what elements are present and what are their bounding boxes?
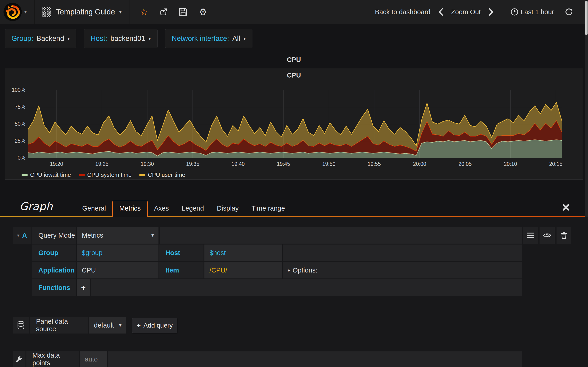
zoom-out-button[interactable]: Zoom Out (451, 8, 481, 16)
time-shift-right-icon[interactable] (489, 8, 493, 16)
query-delete-button[interactable] (556, 227, 571, 244)
wrench-icon (16, 356, 23, 363)
add-function-button[interactable]: + (77, 279, 90, 296)
gear-icon[interactable]: ⚙ (198, 7, 208, 17)
legend-swatch (79, 174, 85, 176)
legend-swatch (139, 174, 145, 176)
x-tick-label: 19:55 (360, 161, 388, 167)
panel-header-title[interactable]: CPU (5, 56, 583, 64)
application-input[interactable]: CPU (77, 262, 158, 278)
group-label-text: Group (38, 249, 58, 257)
dashboard-title-picker[interactable]: Templating Guide ▾ (35, 0, 130, 24)
y-tick-label: 100% (5, 87, 25, 93)
chevron-down-icon: ▾ (67, 36, 69, 41)
query-letter: A (22, 232, 27, 239)
plus-icon: + (137, 322, 141, 329)
add-query-button[interactable]: + Add query (132, 318, 177, 333)
x-tick-label: 19:40 (224, 161, 252, 167)
query-mode-select[interactable]: Metrics ▾ (77, 227, 158, 244)
template-variables-row: Group:Backend▾Host:backend01▾Network int… (5, 29, 252, 48)
legend-label: CPU system time (87, 172, 132, 178)
options-toggle[interactable]: ▸ Options: (283, 262, 522, 278)
refresh-icon[interactable] (565, 8, 573, 16)
tab-axes[interactable]: Axes (148, 201, 175, 216)
row-filler (108, 351, 522, 367)
legend-item[interactable]: CPU iowait time (22, 172, 71, 178)
star-icon[interactable]: ☆ (139, 7, 149, 17)
dashboard-grid-icon (43, 7, 51, 17)
x-tick-label: 20:00 (406, 161, 433, 167)
group-input[interactable]: $group (77, 244, 158, 261)
chevron-down-icon: ▾ (149, 36, 151, 41)
hamburger-icon (527, 233, 534, 238)
legend-item[interactable]: CPU user time (139, 172, 185, 178)
variable-label: Group: (11, 34, 33, 43)
stacked-area-chart[interactable] (28, 90, 562, 158)
close-editor-icon[interactable] (562, 203, 570, 211)
panel-options-icon-cell (13, 351, 26, 367)
share-icon[interactable] (159, 7, 168, 17)
template-variable-host[interactable]: Host:backend01▾ (84, 29, 157, 48)
dashboard-title: Templating Guide (56, 8, 115, 16)
x-tick-label: 20:15 (542, 161, 570, 167)
template-variable-networkinterface[interactable]: Network interface:All▾ (165, 29, 252, 48)
panel-datasource-label: Panel data source (30, 317, 88, 334)
legend-swatch (22, 174, 27, 176)
item-input[interactable]: /CPU/ (204, 262, 282, 278)
template-variable-group[interactable]: Group:Backend▾ (5, 29, 76, 48)
navbar: ▾ Templating Guide ▾ ☆ ⚙ Back to dashboa… (0, 0, 585, 24)
host-input[interactable]: $host (204, 244, 282, 261)
query-menu-button[interactable] (523, 227, 538, 244)
tab-metrics[interactable]: Metrics (112, 201, 147, 217)
variable-label: Host: (90, 34, 107, 43)
group-label: Group (32, 244, 76, 261)
variable-value: backend01 (111, 34, 145, 43)
application-label-text: Application (38, 267, 75, 274)
time-picker-button[interactable]: Last 1 hour (510, 8, 554, 16)
group-value: $group (82, 249, 103, 257)
time-range-label: Last 1 hour (521, 8, 554, 16)
y-tick-label: 75% (5, 104, 25, 110)
chart-legend: CPU iowait timeCPU system timeCPU user t… (22, 172, 185, 178)
graph-panel: CPU 0%25%50%75%100% 19:2019:2519:3019:35… (5, 68, 583, 180)
tab-display[interactable]: Display (210, 201, 245, 216)
x-tick-label: 20:05 (451, 161, 479, 167)
back-to-dashboard-button[interactable]: Back to dashboard (375, 8, 431, 16)
item-value: /CPU/ (209, 267, 227, 274)
y-tick-label: 25% (5, 138, 25, 144)
query-toggle-visibility-button[interactable] (540, 227, 555, 244)
item-label-text: Item (165, 267, 179, 274)
save-icon[interactable] (179, 7, 188, 17)
tab-time-range[interactable]: Time range (245, 201, 292, 216)
x-tick-label: 19:35 (179, 161, 207, 167)
item-label: Item (159, 262, 204, 278)
variable-value: All (232, 34, 240, 43)
scrollbar-thumb[interactable] (585, 1, 588, 35)
query-collapse-toggle[interactable]: ▾ A (13, 227, 32, 244)
chevron-right-icon: ▸ (288, 267, 290, 273)
query-mode-label: Query Mode (32, 227, 76, 244)
x-tick-label: 19:30 (133, 161, 161, 167)
grafana-menu-button[interactable]: ▾ (0, 2, 35, 21)
time-shift-left-icon[interactable] (438, 8, 443, 16)
panel-type-title: Graph (19, 200, 52, 213)
max-data-points-input[interactable]: auto (80, 351, 107, 367)
datasource-value: default (94, 322, 114, 329)
host-value: $host (209, 249, 226, 257)
grafana-app: ▾ Templating Guide ▾ ☆ ⚙ Back to dashboa… (0, 0, 588, 367)
y-tick-label: 0% (5, 155, 25, 161)
tab-general[interactable]: General (76, 201, 112, 216)
query-row-filler (91, 279, 522, 296)
x-tick-label: 19:20 (43, 161, 70, 167)
tab-legend[interactable]: Legend (175, 201, 210, 216)
chart-title: CPU (5, 72, 583, 79)
application-value: CPU (82, 267, 96, 274)
datasource-select[interactable]: default ▾ (89, 317, 126, 334)
navbar-right: Back to dashboard Zoom Out Last 1 hour (375, 8, 585, 16)
host-label-text: Host (165, 249, 180, 257)
trash-icon (561, 232, 567, 239)
chevron-down-icon: ▾ (17, 233, 19, 238)
x-tick-label: 19:45 (270, 161, 297, 167)
legend-item[interactable]: CPU system time (79, 172, 132, 178)
legend-label: CPU iowait time (30, 172, 71, 178)
